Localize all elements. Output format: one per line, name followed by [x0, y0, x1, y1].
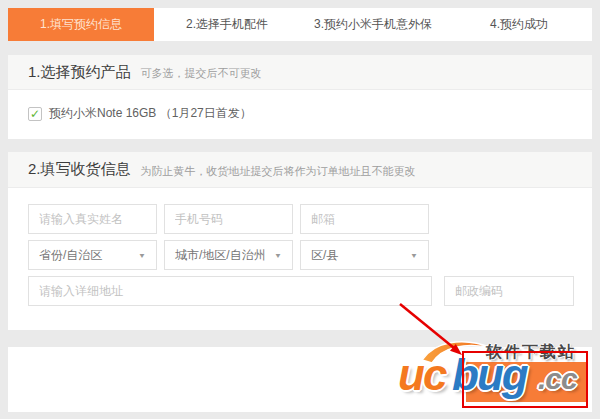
section-note: 可多选，提交后不可更改	[141, 63, 262, 81]
reservation-page: 1.填写预约信息 2.选择手机配件 3.预约小米手机意外保 4.预约成功 1.选…	[0, 0, 600, 419]
city-select-value: 城市/地区/自治州	[175, 247, 266, 264]
checkbox-checked-icon[interactable]: ✓	[28, 107, 42, 121]
section-shipping-header: 2.填写收货信息 为防止黄牛，收货地址提交后将作为订单地址且不能更改	[8, 152, 592, 188]
detailed-address-input[interactable]	[28, 276, 432, 306]
chevron-down-icon: ▼	[274, 251, 282, 259]
tab-step-2[interactable]: 2.选择手机配件	[154, 8, 300, 41]
section-choose-product-header: 1.选择预约产品 可多选，提交后不可更改	[8, 55, 592, 90]
section-choose-product: 1.选择预约产品 可多选，提交后不可更改 ✓ 预约小米Note 16GB （1月…	[8, 55, 592, 139]
tab-step-3[interactable]: 3.预约小米手机意外保	[300, 8, 446, 41]
email-input[interactable]	[300, 204, 429, 234]
real-name-input[interactable]	[28, 204, 157, 234]
section-shipping-info: 2.填写收货信息 为防止黄牛，收货地址提交后将作为订单地址且不能更改 省份/自治…	[8, 152, 592, 330]
postal-code-input[interactable]	[444, 276, 574, 306]
section-title: 2.填写收货信息	[28, 160, 131, 179]
city-select[interactable]: 城市/地区/自治州 ▼	[164, 240, 293, 270]
province-select[interactable]: 省份/自治区 ▼	[28, 240, 157, 270]
phone-number-input[interactable]	[164, 204, 293, 234]
province-select-value: 省份/自治区	[39, 247, 102, 264]
section-title: 1.选择预约产品	[28, 63, 131, 82]
product-checkbox-row[interactable]: ✓ 预约小米Note 16GB （1月27日首发）	[28, 105, 252, 122]
submit-button[interactable]	[466, 362, 586, 402]
product-label: 预约小米Note 16GB （1月27日首发）	[49, 105, 252, 122]
step-tabs: 1.填写预约信息 2.选择手机配件 3.预约小米手机意外保 4.预约成功	[8, 8, 592, 41]
district-select-value: 区/县	[311, 247, 338, 264]
chevron-down-icon: ▼	[138, 251, 146, 259]
tab-step-4[interactable]: 4.预约成功	[446, 8, 592, 41]
section-note: 为防止黄牛，收货地址提交后将作为订单地址且不能更改	[141, 161, 416, 179]
district-select[interactable]: 区/县 ▼	[300, 240, 429, 270]
tab-step-1[interactable]: 1.填写预约信息	[8, 8, 154, 41]
chevron-down-icon: ▼	[410, 251, 418, 259]
